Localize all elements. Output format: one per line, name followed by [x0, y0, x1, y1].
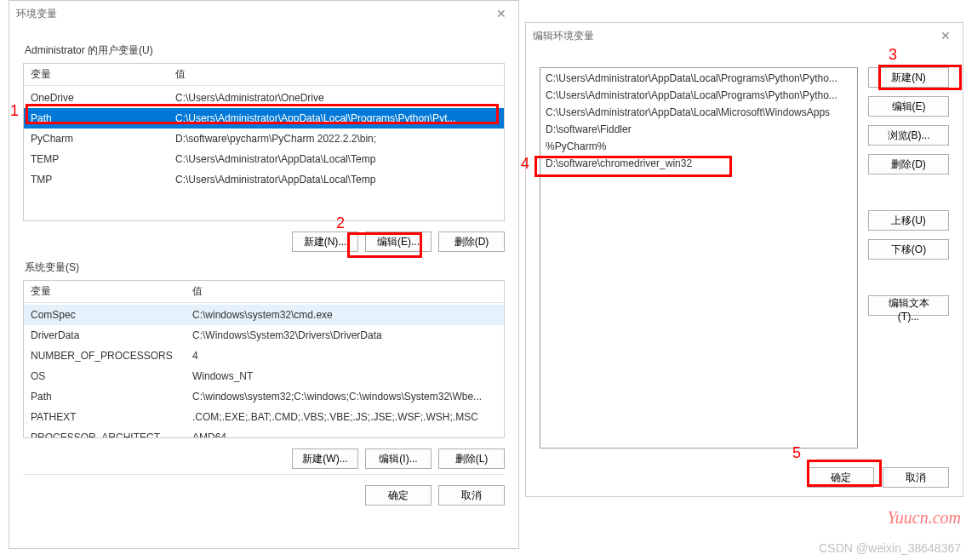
divider	[23, 474, 505, 475]
table-row[interactable]: TMP C:\Users\Administrator\AppData\Local…	[24, 169, 504, 190]
table-row[interactable]: PyCharm D:\software\pycharm\PyCharm 2022…	[24, 129, 504, 149]
env-vars-dialog: 环境变量 ✕ Administrator 的用户变量(U) 变量 值 OneDr…	[9, 0, 519, 549]
close-icon[interactable]: ✕	[935, 27, 956, 44]
footer-row: 确定 取消	[526, 459, 963, 500]
table-row[interactable]: OneDrive C:\Users\Administrator\OneDrive	[24, 88, 504, 108]
titlebar: 环境变量 ✕	[9, 1, 518, 26]
move-down-button[interactable]: 下移(O)	[868, 239, 949, 260]
sys-delete-button[interactable]: 删除(L)	[438, 449, 505, 469]
table-header: 变量 值	[24, 281, 504, 303]
ok-button[interactable]: 确定	[365, 485, 432, 506]
table-row-selected[interactable]: Path C:\Users\Administrator\AppData\Loca…	[24, 108, 504, 129]
user-edit-button[interactable]: 编辑(E)...	[365, 231, 432, 252]
edit-text-button[interactable]: 编辑文本(T)...	[868, 295, 949, 316]
sys-edit-button[interactable]: 编辑(I)...	[365, 449, 432, 469]
edit-button[interactable]: 编辑(E)	[868, 96, 949, 117]
col-variable: 变量	[24, 281, 186, 302]
col-variable: 变量	[24, 64, 169, 85]
user-new-button[interactable]: 新建(N)...	[292, 231, 358, 252]
browse-button[interactable]: 浏览(B)...	[868, 125, 949, 146]
list-item[interactable]: C:\Users\Administrator\AppData\Local\Pro…	[540, 87, 857, 104]
list-item[interactable]: %PyCharm%	[540, 138, 857, 155]
ok-button[interactable]: 确定	[808, 467, 874, 488]
button-column: 新建(N) 编辑(E) 浏览(B)... 删除(D) 上移(U) 下移(O) 编…	[868, 59, 949, 449]
watermark-csdn: CSDN @weixin_38648367	[819, 541, 961, 555]
user-vars-table[interactable]: 变量 值 OneDrive C:\Users\Administrator\One…	[23, 63, 505, 221]
table-row[interactable]: NUMBER_OF_PROCESSORS 4	[24, 346, 504, 366]
table-row[interactable]: DriverData C:\Windows\System32\Drivers\D…	[24, 325, 504, 346]
watermark-site: Yuucn.com	[888, 508, 961, 528]
delete-button[interactable]: 删除(D)	[868, 154, 949, 174]
table-header: 变量 值	[24, 64, 504, 86]
cancel-button[interactable]: 取消	[883, 467, 949, 488]
list-item[interactable]: C:\Users\Administrator\AppData\Local\Pro…	[540, 70, 857, 87]
dialog-title: 编辑环境变量	[533, 29, 594, 43]
cancel-button[interactable]: 取消	[438, 485, 505, 506]
close-icon[interactable]: ✕	[491, 5, 512, 22]
sys-new-button[interactable]: 新建(W)...	[292, 449, 358, 469]
table-row[interactable]: ComSpec C:\windows\system32\cmd.exe	[24, 305, 504, 325]
list-item[interactable]: D:\software\chromedriver_win32	[540, 155, 857, 172]
user-vars-label: Administrator 的用户变量(U)	[25, 43, 505, 58]
dialog-body: Administrator 的用户变量(U) 变量 值 OneDrive C:\…	[9, 26, 518, 519]
sys-vars-table[interactable]: 变量 值 ComSpec C:\windows\system32\cmd.exe…	[23, 280, 505, 438]
list-item[interactable]: D:\software\Fiddler	[540, 121, 857, 138]
col-value: 值	[169, 64, 504, 85]
path-list[interactable]: C:\Users\Administrator\AppData\Local\Pro…	[540, 67, 858, 449]
titlebar: 编辑环境变量 ✕	[526, 23, 963, 49]
dialog-body: C:\Users\Administrator\AppData\Local\Pro…	[526, 49, 963, 459]
user-btn-row: 新建(N)... 编辑(E)... 删除(D)	[23, 231, 505, 252]
table-row[interactable]: PROCESSOR_ARCHITECT... AMD64	[24, 427, 504, 437]
col-value: 值	[186, 281, 504, 302]
dialog-title: 环境变量	[16, 7, 57, 21]
sys-vars-label: 系统变量(S)	[25, 260, 505, 275]
edit-env-var-dialog: 编辑环境变量 ✕ C:\Users\Administrator\AppData\…	[525, 22, 963, 497]
footer-row: 确定 取消	[23, 485, 505, 506]
user-delete-button[interactable]: 删除(D)	[438, 231, 505, 252]
table-row[interactable]: OS Windows_NT	[24, 366, 504, 386]
sys-btn-row: 新建(W)... 编辑(I)... 删除(L)	[23, 449, 505, 469]
list-item[interactable]: C:\Users\Administrator\AppData\Local\Mic…	[540, 104, 857, 121]
table-row[interactable]: Path C:\windows\system32;C:\windows;C:\w…	[24, 386, 504, 407]
table-row[interactable]: PATHEXT .COM;.EXE;.BAT;.CMD;.VBS;.VBE;.J…	[24, 407, 504, 427]
new-button[interactable]: 新建(N)	[868, 67, 949, 88]
table-row[interactable]: TEMP C:\Users\Administrator\AppData\Loca…	[24, 149, 504, 169]
move-up-button[interactable]: 上移(U)	[868, 210, 949, 231]
